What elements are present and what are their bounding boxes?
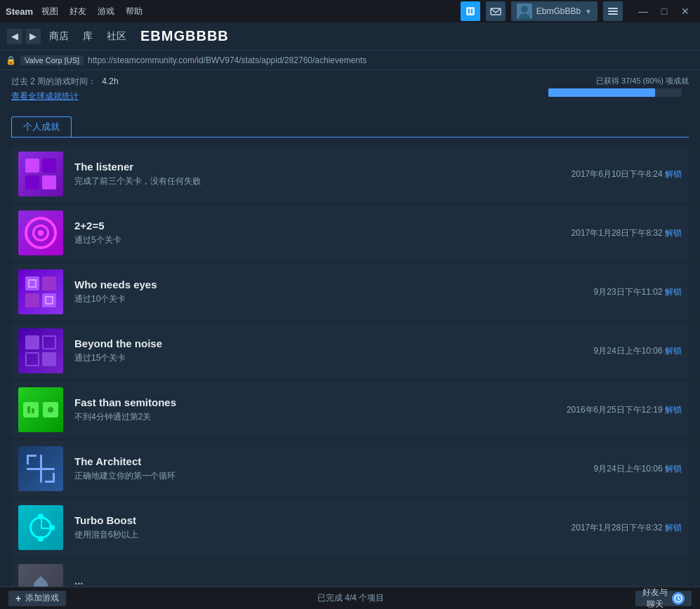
menu-help[interactable]: 帮助 bbox=[126, 6, 143, 18]
achievement-item: Fast than semitones 不到4分钟通过第2关 2016年6月25… bbox=[11, 382, 689, 438]
achievement-item: The listener 完成了前三个关卡，没有任何失败 2017年6月10日下… bbox=[11, 146, 689, 202]
achievement-unlock: 2016年6月25日下午12:19 解锁 bbox=[567, 404, 682, 416]
nav-community[interactable]: 社区 bbox=[107, 27, 126, 46]
unlock-label: 解锁 bbox=[665, 287, 682, 297]
achievement-name: Turbo Boost bbox=[74, 514, 560, 526]
achievement-info: The listener 完成了前三个关卡，没有任何失败 bbox=[74, 161, 560, 187]
nav-store[interactable]: 商店 bbox=[49, 27, 69, 46]
achievement-name: The listener bbox=[74, 161, 560, 173]
achievement-item: Turbo Boost 使用混音6秒以上 2017年1月28日下午8:32 解锁 bbox=[11, 500, 689, 556]
playtime-section: 过去 2 周的游戏时间： 4.2h 查看全球成就统计 bbox=[11, 76, 119, 102]
nav-library[interactable]: 库 bbox=[83, 27, 93, 46]
bottom-bar: + 添加游戏 已完成 4/4 个项目 好友与 聊天 bbox=[0, 587, 700, 609]
progress-bar-outer bbox=[548, 88, 682, 97]
svg-marker-15 bbox=[34, 576, 48, 583]
svg-rect-1 bbox=[468, 9, 470, 13]
chat-icon bbox=[672, 592, 685, 605]
achievement-item: The Architect 正确地建立你的第一个循环 9月24日上午10:06 … bbox=[11, 441, 689, 497]
achievement-desc: 不到4分钟通过第2关 bbox=[74, 411, 555, 423]
achievement-info: ... ... bbox=[74, 575, 682, 587]
title-bar-right: EbmGbBBb ▼ — □ ✕ bbox=[461, 1, 694, 21]
chevron-down-icon: ▼ bbox=[585, 8, 592, 15]
svg-point-12 bbox=[48, 407, 53, 413]
username: EbmGbBBb bbox=[536, 6, 581, 16]
page-title: EBMGBBBB bbox=[140, 28, 229, 44]
achievement-name: Who needs eyes bbox=[74, 279, 583, 290]
notification-button[interactable] bbox=[461, 1, 480, 21]
unlock-time: 2017年1月28日下午8:32 bbox=[572, 228, 663, 238]
achievement-name: Beyond the noise bbox=[74, 337, 583, 349]
mail-button[interactable] bbox=[486, 1, 506, 21]
svg-rect-2 bbox=[471, 9, 473, 13]
unlock-time: 9月23日下午11:02 bbox=[594, 287, 663, 297]
achievement-icon-who bbox=[18, 269, 63, 314]
achievement-icon-beyond bbox=[18, 328, 63, 373]
close-button[interactable]: ✕ bbox=[676, 2, 694, 20]
achievement-icon-turbo bbox=[18, 505, 63, 550]
unlock-time: 2017年6月10日下午8:24 bbox=[572, 169, 663, 179]
achievement-unlock: 2017年1月28日下午8:32 解锁 bbox=[572, 227, 682, 239]
svg-rect-10 bbox=[27, 406, 30, 413]
achievement-item: Beyond the noise 通过15个关卡 9月24日上午10:06 解锁 bbox=[11, 323, 689, 379]
achievement-desc: 通过5个关卡 bbox=[74, 234, 560, 246]
achievement-item: 2+2=5 通过5个关卡 2017年1月28日下午8:32 解锁 bbox=[11, 205, 689, 261]
unlock-label: 解锁 bbox=[665, 346, 682, 356]
tab-personal[interactable]: 个人成就 bbox=[11, 116, 72, 137]
playtime-value: 4.2h bbox=[102, 76, 118, 86]
lock-icon: 🔒 bbox=[6, 55, 16, 65]
progress-label: 已获得 37/45 (80%) 项成就 bbox=[548, 76, 689, 86]
achievement-name: The Architect bbox=[74, 455, 583, 467]
svg-rect-7 bbox=[608, 8, 618, 9]
add-game-label: 添加游戏 bbox=[25, 592, 59, 604]
maximize-button[interactable]: □ bbox=[655, 2, 673, 20]
window-controls: — □ ✕ bbox=[634, 2, 694, 20]
achievement-icon-listener bbox=[18, 152, 63, 196]
achievement-name: 2+2=5 bbox=[74, 220, 560, 232]
achievement-info: 2+2=5 通过5个关卡 bbox=[74, 220, 560, 246]
achievement-unlock: 2017年6月10日下午8:24 解锁 bbox=[572, 168, 682, 180]
svg-rect-0 bbox=[466, 7, 475, 15]
forward-button[interactable]: ▶ bbox=[25, 29, 41, 44]
tab-section: 个人成就 bbox=[0, 111, 700, 137]
achievement-unlock: 9月24日上午10:06 解锁 bbox=[594, 463, 682, 475]
view-stats-link[interactable]: 查看全球成就统计 bbox=[11, 91, 119, 102]
achievement-unlock: 9月23日下午11:02 解锁 bbox=[594, 286, 682, 298]
user-area[interactable]: EbmGbBBb ▼ bbox=[511, 1, 597, 21]
playtime-label: 过去 2 周的游戏时间： bbox=[11, 76, 96, 88]
plus-icon: + bbox=[15, 593, 21, 604]
achievement-desc: 正确地建立你的第一个循环 bbox=[74, 470, 583, 482]
unlock-label: 解锁 bbox=[665, 405, 682, 415]
achievement-name: ... bbox=[74, 575, 682, 587]
achievement-info: The Architect 正确地建立你的第一个循环 bbox=[74, 455, 583, 482]
menu-friends[interactable]: 好友 bbox=[70, 6, 86, 18]
achievement-icon-architect bbox=[18, 446, 63, 491]
unlock-time: 2016年6月25日下午12:19 bbox=[567, 405, 663, 415]
unlock-label: 解锁 bbox=[665, 169, 682, 179]
steam-logo: Steam bbox=[6, 6, 33, 17]
svg-rect-9 bbox=[608, 13, 618, 15]
stats-row: 过去 2 周的游戏时间： 4.2h 查看全球成就统计 已获得 37/45 (80… bbox=[0, 70, 700, 111]
achievement-icon-fast bbox=[18, 387, 63, 432]
nav-arrows: ◀ ▶ bbox=[7, 29, 41, 44]
notification-icon bbox=[465, 6, 476, 17]
menu-games[interactable]: 游戏 bbox=[98, 6, 114, 18]
add-game-button[interactable]: + 添加游戏 bbox=[8, 591, 66, 606]
progress-bar-inner bbox=[548, 88, 655, 97]
friend-chat-label: 好友与 聊天 bbox=[642, 587, 668, 610]
achievement-desc: 通过10个关卡 bbox=[74, 293, 583, 305]
extra-button[interactable] bbox=[603, 1, 623, 21]
unlock-time: 9月24日上午10:06 bbox=[594, 346, 663, 356]
back-button[interactable]: ◀ bbox=[7, 29, 22, 44]
achievement-icon-partial bbox=[18, 564, 63, 587]
avatar bbox=[517, 4, 532, 19]
achievement-info: Fast than semitones 不到4分钟通过第2关 bbox=[74, 396, 555, 423]
achievement-desc: 完成了前三个关卡，没有任何失败 bbox=[74, 175, 560, 187]
achievement-desc: 使用混音6秒以上 bbox=[74, 529, 560, 541]
nav-bar: ◀ ▶ 商店 库 社区 EBMGBBBB bbox=[0, 22, 700, 51]
achievement-info: Beyond the noise 通过15个关卡 bbox=[74, 337, 583, 364]
menu-view[interactable]: 视图 bbox=[41, 6, 58, 18]
mail-icon bbox=[490, 6, 501, 17]
minimize-button[interactable]: — bbox=[634, 2, 652, 20]
unlock-time: 9月24日上午10:06 bbox=[594, 464, 663, 474]
friend-chat-button[interactable]: 好友与 聊天 bbox=[635, 591, 692, 606]
